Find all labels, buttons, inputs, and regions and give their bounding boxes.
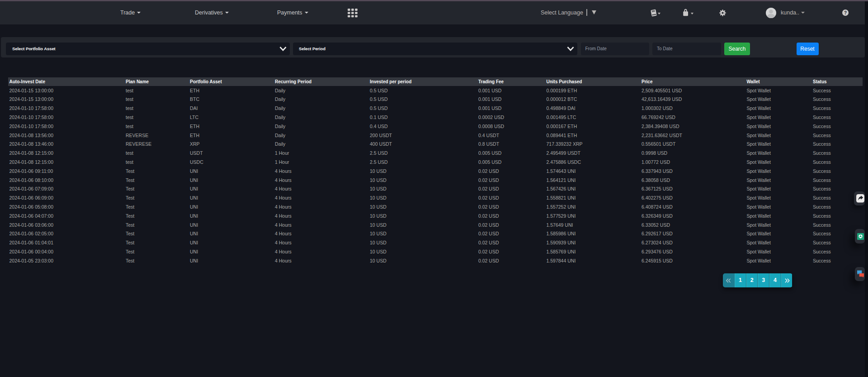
svg-text:?: ? [844, 10, 847, 15]
